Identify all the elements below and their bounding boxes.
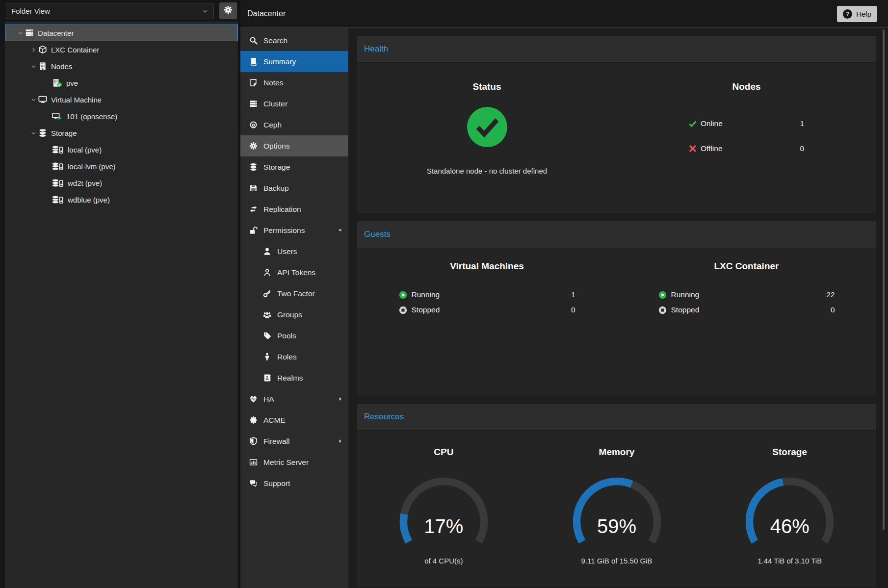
nav-item-roles[interactable]: Roles [240,346,348,367]
guest-row-lxc-container-running: Running22 [658,289,835,300]
nav-item-pools[interactable]: Pools [240,325,348,346]
node-status-value: 0 [800,144,804,153]
gauge-cpu-chart: 17% [393,471,494,546]
tree-item-wdblue-pve[interactable]: wdblue (pve) [5,191,238,208]
proxmox-app: Folder View DatacenterLXC ContainerNodes… [0,0,888,588]
nav-item-ha[interactable]: HA [240,388,348,409]
expander-down-icon[interactable] [28,130,38,136]
tree-settings-button[interactable] [219,2,237,19]
nav-item-cluster[interactable]: Cluster [240,93,348,114]
comments-icon [248,479,259,487]
gauge-percent-value: 17% [393,515,494,537]
nav-item-storage[interactable]: Storage [240,156,348,178]
view-mode-select[interactable]: Folder View [6,3,214,19]
guests-panel-title: Guests [364,230,391,239]
expander-right-icon[interactable] [28,47,38,53]
page-title: Datacenter [247,9,286,18]
tree-item-local-pve[interactable]: local (pve) [5,141,238,158]
tree-item-virtual-machine[interactable]: Virtual Machine [5,91,238,108]
tree-item-nodes[interactable]: Nodes [5,58,238,75]
db-drive-icon [52,145,64,154]
guest-state-label: Running [412,290,440,299]
nav-item-label: Ceph [263,121,282,129]
expander-down-icon[interactable] [28,63,38,70]
gauge-subtext: 9.11 GiB of 15.50 GiB [581,557,653,565]
tree-item-label: Virtual Machine [51,96,102,104]
nav-item-permissions[interactable]: Permissions [240,220,348,241]
nav-item-firewall[interactable]: Firewall [240,431,348,452]
nav-item-replication[interactable]: Replication [240,199,348,220]
building-check-icon [52,78,62,87]
guest-state-label: Stopped [671,306,700,314]
node-status-label: Online [701,119,723,128]
nav-item-acme[interactable]: ACME [240,409,348,431]
tree-item-storage[interactable]: Storage [5,125,238,141]
nav-item-support[interactable]: Support [240,473,348,494]
tree-item-label: LXC Container [51,46,99,54]
caret-right-icon [338,396,343,402]
tree-item-datacenter[interactable]: Datacenter [5,25,238,41]
burst-icon [248,416,259,424]
guests-column-virtual-machines: Virtual MachinesRunning1Stopped0 [357,261,617,396]
gauge-percent-value: 46% [739,515,840,537]
nodes-table: Online1Offline0 [689,118,804,168]
tree-item-lxc-container[interactable]: LXC Container [5,41,238,58]
nav-item-notes[interactable]: Notes [240,72,348,93]
tree-item-local-lvm-pve[interactable]: local-lvm (pve) [5,158,238,175]
resource-gauge-memory: Memory59%9.11 GiB of 15.50 GiB [530,447,704,565]
heart-pulse-icon [248,395,259,403]
nav-item-options[interactable]: Options [240,135,348,156]
nav-item-backup[interactable]: Backup [240,178,348,199]
key-icon [261,289,272,298]
nav-item-ceph[interactable]: Ceph [240,114,348,135]
tree-item-label: wd2t (pve) [68,179,102,187]
gauge-heading: Storage [772,447,807,458]
nav-item-label: Options [263,142,289,151]
guests-body: Virtual MachinesRunning1Stopped0LXC Cont… [357,248,876,396]
guests-panel-header: Guests [357,221,876,248]
tree-item-label: local-lvm (pve) [68,162,116,171]
nav-item-realms[interactable]: Realms [240,367,348,388]
gauge-subtext: of 4 CPU(s) [424,557,463,565]
resources-panel-title: Resources [364,412,404,422]
nav-item-api-tokens[interactable]: API Tokens [240,262,348,283]
guests-panel: Guests Virtual MachinesRunning1Stopped0L… [357,221,877,396]
node-status-row-online: Online1 [689,118,804,129]
building-icon [38,62,47,71]
expander-down-icon[interactable] [15,30,25,36]
guests-column-heading: Virtual Machines [450,261,524,272]
help-button-label: Help [856,10,871,18]
gauge-storage-chart: 46% [739,471,840,546]
search-icon [248,36,259,45]
nav-item-groups[interactable]: Groups [240,304,348,325]
view-mode-value: Folder View [11,7,50,15]
node-status-row-offline: Offline0 [689,143,804,154]
cluster-status-column: Status Standalone node - no cluster defi… [357,81,617,214]
nav-item-users[interactable]: Users [240,241,348,262]
nodes-status-column: Nodes Online1Offline0 [617,81,876,214]
tree-item-101-opnsense[interactable]: 101 (opnsense) [5,108,238,125]
guest-count-value: 0 [571,306,575,314]
nav-item-summary[interactable]: Summary [240,51,348,72]
server-icon [25,28,34,37]
gauge-heading: Memory [599,447,635,458]
expander-down-icon[interactable] [28,97,38,103]
shield-icon [248,437,259,445]
nav-item-two-factor[interactable]: Two Factor [240,283,348,304]
replication-icon [248,205,259,213]
running-circle-icon [658,291,667,299]
datacenter-nav-menu: SearchSummaryNotesClusterCephOptionsStor… [240,28,348,588]
nav-item-metric-server[interactable]: Metric Server [240,452,348,473]
vertical-scrollbar[interactable] [883,29,885,530]
running-circle-icon [399,291,407,299]
caret-right-icon [338,438,343,444]
nav-item-search[interactable]: Search [240,30,348,51]
nav-item-label: Two Factor [277,289,315,298]
tree-item-wd2t-pve[interactable]: wd2t (pve) [5,175,238,191]
nav-item-label: Realms [277,374,303,383]
monitor-icon [38,95,47,104]
nav-item-label: Replication [263,205,301,214]
resource-tree: DatacenterLXC ContainerNodespveVirtual M… [5,22,238,588]
help-button[interactable]: ? Help [837,6,877,22]
tree-item-pve[interactable]: pve [5,75,238,91]
